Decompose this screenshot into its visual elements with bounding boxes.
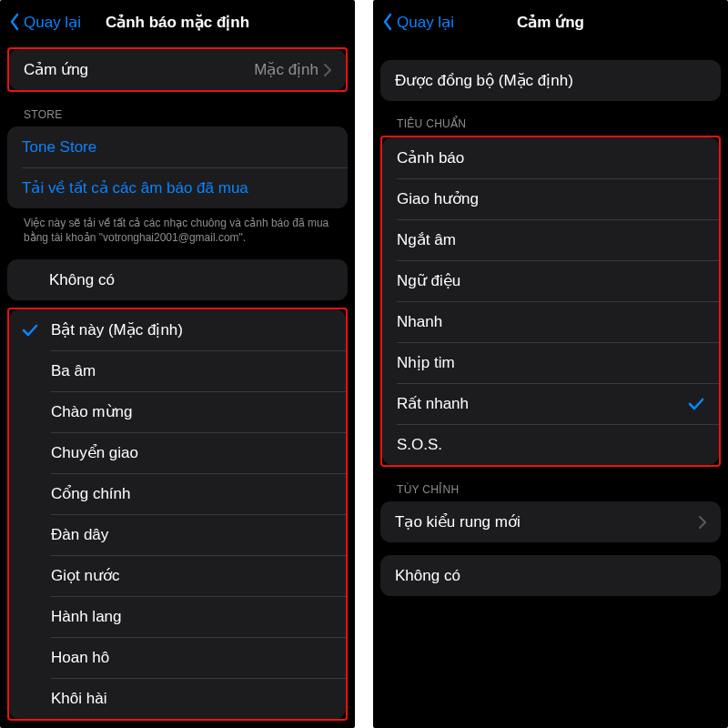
tone-label: Giọt nước xyxy=(51,566,331,585)
tone-label: Bật này (Mặc định) xyxy=(51,320,331,339)
chevron-left-icon xyxy=(9,13,20,31)
chevron-right-icon xyxy=(699,516,706,529)
tone-item[interactable]: Chào mừng xyxy=(9,391,346,432)
custom-card: Tạo kiểu rung mới xyxy=(380,501,721,542)
tone-label: Chào mừng xyxy=(51,402,331,421)
tone-item[interactable]: Ba âm xyxy=(9,350,346,391)
haptic-label: Cảm ứng xyxy=(24,60,254,79)
tone-item[interactable]: Cổng chính xyxy=(9,473,346,514)
none-card: Không có xyxy=(380,555,721,596)
standard-label: Giao hưởng xyxy=(397,189,704,208)
tone-label: Đàn dây xyxy=(51,526,331,544)
highlight-tone-list: Bật này (Mặc định)Ba âmChào mừngChuyển g… xyxy=(7,308,348,721)
standard-item[interactable]: Nhanh xyxy=(382,301,719,342)
navbar: Quay lại Cảnh báo mặc định xyxy=(0,0,355,44)
tone-item[interactable]: Đàn dây xyxy=(9,514,346,555)
standard-label: Ngữ điệu xyxy=(397,271,704,290)
store-header: STORE xyxy=(7,92,348,126)
standard-item[interactable]: Giao hưởng xyxy=(382,178,719,219)
custom-header: TÙY CHỈNH xyxy=(380,467,721,501)
haptic-value: Mặc định xyxy=(254,60,318,79)
standard-label: Rất nhanh xyxy=(397,394,688,413)
standard-label: Nhịp tim xyxy=(397,353,704,372)
highlight-standard-list: Cảnh báoGiao hưởngNgắt âmNgữ điệuNhanhNh… xyxy=(380,136,721,467)
navbar: Quay lại Cảm ứng xyxy=(373,0,728,44)
create-vibration-row[interactable]: Tạo kiểu rung mới xyxy=(380,501,721,542)
tone-label: Hành lang xyxy=(51,608,331,626)
tone-item[interactable]: Bật này (Mặc định) xyxy=(9,309,346,350)
checkmark-icon xyxy=(22,323,38,338)
standard-list: Cảnh báoGiao hưởngNgắt âmNgữ điệuNhanhNh… xyxy=(382,137,719,465)
chevron-left-icon xyxy=(382,13,393,31)
checkmark-icon xyxy=(688,397,704,411)
haptic-none[interactable]: Không có xyxy=(380,555,721,596)
back-label: Quay lại xyxy=(24,13,81,32)
tone-item[interactable]: Giọt nước xyxy=(9,555,346,596)
tone-item[interactable]: Hoan hô xyxy=(9,637,346,678)
store-card: Tone Store Tải về tất cả các âm báo đã m… xyxy=(7,126,348,208)
store-item-download-all[interactable]: Tải về tất cả các âm báo đã mua xyxy=(7,167,348,208)
back-button[interactable]: Quay lại xyxy=(9,13,81,32)
tone-label: Hoan hô xyxy=(51,649,331,667)
standard-header: TIÊU CHUẨN xyxy=(380,101,721,136)
standard-label: Cảnh báo xyxy=(397,148,704,167)
tone-item[interactable]: Hành lang xyxy=(9,596,346,637)
synced-card: Được đồng bộ (Mặc định) xyxy=(380,60,721,101)
back-button[interactable]: Quay lại xyxy=(382,13,454,32)
haptic-row[interactable]: Cảm ứng Mặc định xyxy=(9,49,346,90)
standard-item[interactable]: Ngữ điệu xyxy=(382,260,719,301)
tone-label: Ba âm xyxy=(51,362,331,380)
standard-item[interactable]: Rất nhanh xyxy=(382,383,719,424)
back-label: Quay lại xyxy=(397,13,454,32)
store-item-tone-store[interactable]: Tone Store xyxy=(7,126,348,167)
tone-label: Cổng chính xyxy=(51,484,331,503)
tone-label: Chuyển giao xyxy=(51,443,331,462)
tone-item[interactable]: Chuyển giao xyxy=(9,432,346,473)
standard-item[interactable]: Nhịp tim xyxy=(382,342,719,383)
screen-haptics: Quay lại Cảm ứng Được đồng bộ (Mặc định)… xyxy=(373,0,728,728)
none-card: Không có xyxy=(7,259,348,300)
standard-item[interactable]: S.O.S. xyxy=(382,424,719,465)
tone-label: Khôi hài xyxy=(51,690,331,708)
standard-item[interactable]: Ngắt âm xyxy=(382,219,719,260)
highlight-haptic: Cảm ứng Mặc định xyxy=(7,47,348,92)
screen-default-alerts: Quay lại Cảnh báo mặc định Cảm ứng Mặc đ… xyxy=(0,0,355,728)
standard-label: S.O.S. xyxy=(397,436,704,454)
chevron-right-icon xyxy=(324,64,331,76)
standard-item[interactable]: Cảnh báo xyxy=(382,137,719,178)
standard-label: Nhanh xyxy=(397,313,704,331)
tone-list: Bật này (Mặc định)Ba âmChào mừngChuyển g… xyxy=(9,309,346,719)
tone-none[interactable]: Không có xyxy=(7,259,348,300)
tone-item[interactable]: Khôi hài xyxy=(9,678,346,719)
synced-row[interactable]: Được đồng bộ (Mặc định) xyxy=(380,60,721,101)
store-footer: Việc này sẽ tải về tất cả các nhạc chuôn… xyxy=(7,208,348,247)
standard-label: Ngắt âm xyxy=(397,230,704,249)
